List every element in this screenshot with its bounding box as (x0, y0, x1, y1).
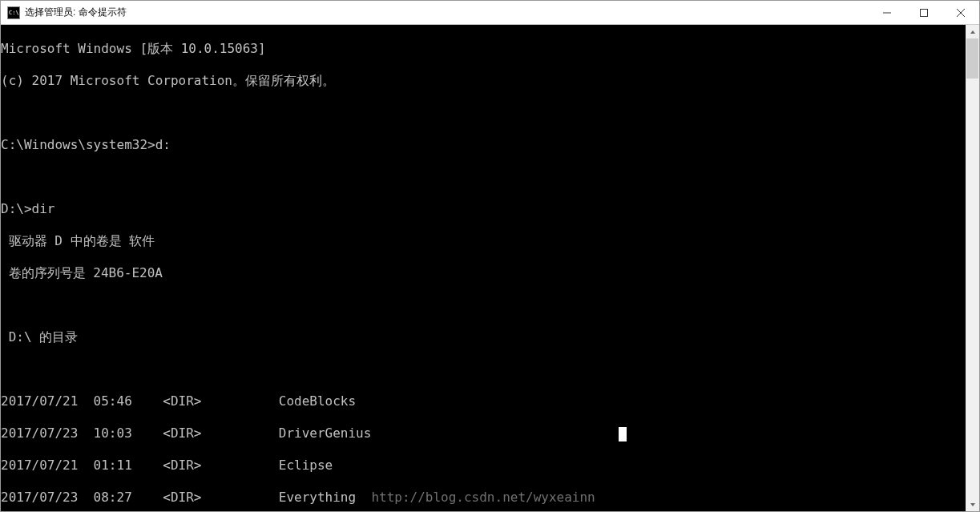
svg-marker-7 (970, 30, 975, 34)
titlebar[interactable]: C:\ 选择管理员: 命令提示符 (1, 1, 979, 25)
minimize-button[interactable] (869, 1, 905, 24)
blank-line (1, 169, 966, 185)
scroll-thumb[interactable] (966, 38, 978, 79)
output-line: 卷的序列号是 24B6-E20A (1, 265, 966, 281)
prompt-path: D:\> (1, 201, 32, 217)
dir-entry: 2017/07/23 08:27 <DIR> Everything http:/… (1, 490, 966, 506)
blank-line (1, 105, 966, 121)
output-line: 驱动器 D 中的卷是 软件 (1, 233, 966, 249)
blank-line (1, 361, 966, 377)
prompt-command: dir (32, 201, 55, 217)
close-button[interactable] (942, 1, 979, 24)
blank-line (1, 297, 966, 313)
cmd-window: C:\ 选择管理员: 命令提示符 Microsoft Windows [版本 1… (0, 0, 980, 512)
maximize-button[interactable] (905, 1, 942, 24)
output-line: (c) 2017 Microsoft Corporation。保留所有权利。 (1, 73, 966, 89)
dir-entry-text: 2017/07/23 10:03 <DIR> DriverGenius (1, 425, 371, 441)
watermark-text: http://blog.csdn.net/wyxeainn (356, 490, 595, 505)
prompt-command: d: (155, 137, 171, 153)
cmd-icon: C:\ (7, 6, 20, 19)
prompt-line: C:\Windows\system32>d: (1, 137, 966, 153)
output-line: D:\ 的目录 (1, 329, 966, 345)
prompt-path: C:\Windows\system32> (1, 137, 155, 153)
terminal-area[interactable]: Microsoft Windows [版本 10.0.15063] (c) 20… (1, 25, 966, 511)
prompt-line: D:\>dir (1, 201, 966, 217)
svg-text:C:\: C:\ (9, 10, 19, 16)
scroll-up-button[interactable] (966, 25, 979, 38)
dir-entry: 2017/07/23 10:03 <DIR> DriverGenius (1, 425, 966, 441)
selection-cursor (619, 427, 627, 441)
dir-entry-text: 2017/07/23 08:27 <DIR> Everything (1, 490, 356, 505)
vertical-scrollbar[interactable] (966, 25, 979, 511)
output-line: Microsoft Windows [版本 10.0.15063] (1, 41, 966, 57)
window-controls (869, 1, 979, 24)
dir-entry: 2017/07/21 01:11 <DIR> Eclipse (1, 458, 966, 474)
client-area: Microsoft Windows [版本 10.0.15063] (c) 20… (1, 25, 979, 511)
svg-rect-4 (921, 9, 928, 16)
dir-entry: 2017/07/21 05:46 <DIR> CodeBlocks (1, 393, 966, 409)
svg-marker-8 (970, 503, 975, 506)
window-title: 选择管理员: 命令提示符 (25, 6, 127, 19)
scroll-down-button[interactable] (966, 498, 979, 511)
